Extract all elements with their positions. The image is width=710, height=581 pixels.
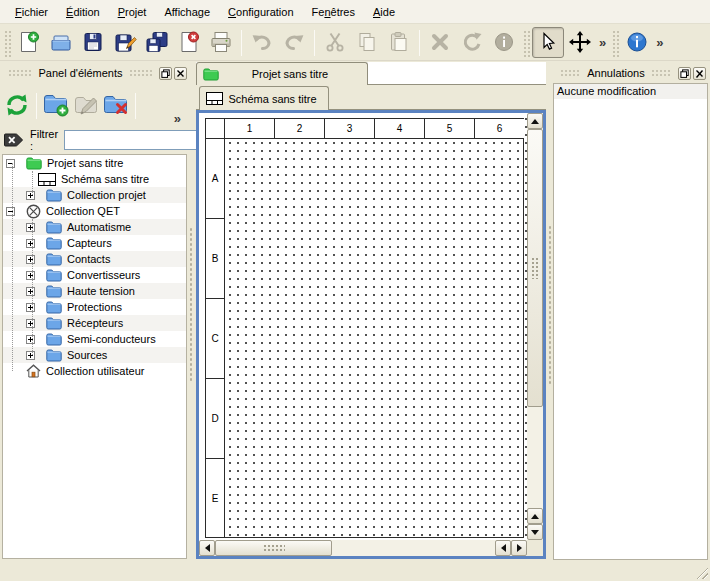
float-dock-button[interactable]: [678, 67, 691, 80]
tree-item-collection-qet[interactable]: Collection QET: [3, 203, 186, 219]
expand-expander-icon[interactable]: [26, 351, 35, 360]
delete-category-button[interactable]: [101, 91, 131, 121]
left-splitter-handle[interactable]: [189, 227, 193, 383]
tree-item-protections[interactable]: Protections: [3, 299, 186, 315]
expand-expander-icon[interactable]: [26, 335, 35, 344]
expand-expander-icon[interactable]: [26, 255, 35, 264]
pan-mode-button[interactable]: [564, 27, 596, 58]
scroll-down-button[interactable]: [527, 524, 543, 540]
undo-panel-titlebar[interactable]: Annulations: [556, 64, 706, 82]
scroll-left-button[interactable]: [199, 540, 215, 556]
undo-history-list[interactable]: Aucune modification: [553, 83, 708, 560]
expand-expander-icon[interactable]: [26, 319, 35, 328]
selection-mode-icon: [537, 31, 559, 55]
about-info-button[interactable]: [621, 27, 653, 58]
reload-collections-button[interactable]: [2, 91, 32, 121]
qet-collection-icon: [26, 204, 41, 219]
menu-fenetres[interactable]: Fenêtres: [303, 3, 364, 21]
dock-handle-texture: [651, 69, 672, 77]
new-document-button[interactable]: [13, 27, 45, 58]
up-arrow-icon: [531, 119, 539, 124]
folder-icon: [46, 269, 62, 282]
cut-button[interactable]: [319, 27, 351, 58]
tree-item-collection-projet[interactable]: Collection projet: [3, 187, 186, 203]
expand-expander-icon[interactable]: [26, 271, 35, 280]
edit-category-button[interactable]: [71, 91, 101, 121]
tree-item-schema[interactable]: Schéma sans titre: [3, 171, 186, 187]
panel-overflow-chevron[interactable]: »: [171, 111, 184, 126]
elements-panel-titlebar[interactable]: Panel d'éléments: [4, 64, 187, 82]
horizontal-scrollbar-thumb[interactable]: [215, 540, 332, 556]
tree-item-capteurs[interactable]: Capteurs: [3, 235, 186, 251]
expand-expander-icon[interactable]: [26, 303, 35, 312]
menu-fichier[interactable]: Fichier: [6, 3, 57, 21]
row-header: B: [206, 219, 225, 299]
right-splitter-handle[interactable]: [548, 225, 552, 385]
close-dock-button[interactable]: [174, 67, 187, 80]
copy-button[interactable]: [351, 27, 383, 58]
filter-input[interactable]: [64, 130, 214, 150]
redo-button[interactable]: [278, 27, 310, 58]
scroll-up-button[interactable]: [527, 113, 543, 129]
tree-item-convertisseurs[interactable]: Convertisseurs: [3, 267, 186, 283]
expand-expander-icon[interactable]: [26, 287, 35, 296]
tree-item-recepteurs[interactable]: Récepteurs: [3, 315, 186, 331]
expand-expander-icon[interactable]: [26, 223, 35, 232]
tab-schema-sans-titre[interactable]: Schéma sans titre: [199, 86, 329, 110]
menu-edition[interactable]: Édition: [57, 3, 109, 21]
horizontal-scrollbar[interactable]: [199, 540, 527, 556]
folder-icon: [46, 349, 62, 362]
tree-item-projet[interactable]: Projet sans titre: [3, 155, 186, 171]
save-all-button[interactable]: [141, 27, 173, 58]
undo-button[interactable]: [246, 27, 278, 58]
scroll-left-button-2[interactable]: [495, 540, 511, 556]
element-info-button[interactable]: [488, 27, 520, 58]
toolbar-separator: [36, 93, 37, 119]
vertical-scrollbar[interactable]: [527, 113, 543, 540]
save-button[interactable]: [77, 27, 109, 58]
open-project-button[interactable]: [45, 27, 77, 58]
scroll-up-button-2[interactable]: [527, 508, 543, 524]
toolbar-drag-handle[interactable]: [522, 29, 530, 57]
diagram-canvas[interactable]: 1 2 3 4 5 6 A B C D E: [199, 113, 527, 540]
menu-aide[interactable]: Aide: [364, 3, 404, 21]
paste-button[interactable]: [383, 27, 415, 58]
expand-expander-icon[interactable]: [26, 191, 35, 200]
toolbar-separator: [241, 30, 242, 56]
float-dock-button[interactable]: [159, 67, 172, 80]
rotate-button[interactable]: [456, 27, 488, 58]
clear-filter-button[interactable]: [4, 132, 24, 148]
toolbar-drag-handle[interactable]: [611, 29, 619, 57]
tree-item-contacts[interactable]: Contacts: [3, 251, 186, 267]
toolbar-overflow-chevron[interactable]: »: [653, 35, 666, 50]
delete-button[interactable]: [424, 27, 456, 58]
tree-item-sources[interactable]: Sources: [3, 347, 186, 363]
tree-item-collection-utilisateur[interactable]: Collection utilisateur: [3, 363, 186, 379]
tree-item-automatisme[interactable]: Automatisme: [3, 219, 186, 235]
save-as-button[interactable]: [109, 27, 141, 58]
menu-configuration[interactable]: Configuration: [219, 3, 302, 21]
tab-projet-sans-titre[interactable]: Projet sans titre: [196, 62, 368, 85]
new-category-button[interactable]: [41, 91, 71, 121]
menu-affichage[interactable]: Affichage: [155, 3, 219, 21]
left-arrow-icon: [205, 544, 210, 552]
element-info-icon: [492, 30, 516, 56]
resize-grip[interactable]: [695, 566, 708, 579]
close-file-button[interactable]: [173, 27, 205, 58]
expand-expander-icon[interactable]: [26, 239, 35, 248]
toolbar-drag-handle[interactable]: [3, 29, 11, 57]
tree-item-semi-conducteurs[interactable]: Semi-conducteurs: [3, 331, 186, 347]
undo-empty-message: Aucune modification: [554, 84, 707, 99]
folder-icon: [46, 189, 62, 202]
menu-projet[interactable]: Projet: [109, 3, 156, 21]
print-button[interactable]: [205, 27, 237, 58]
collapse-expander-icon[interactable]: [6, 207, 15, 216]
tree-item-haute-tension[interactable]: Haute tension: [3, 283, 186, 299]
scroll-right-button[interactable]: [511, 540, 527, 556]
collapse-expander-icon[interactable]: [6, 159, 15, 168]
rotate-icon: [460, 30, 484, 56]
close-dock-button[interactable]: [693, 67, 706, 80]
vertical-scrollbar-thumb[interactable]: [527, 129, 543, 407]
selection-mode-button[interactable]: [532, 27, 564, 58]
toolbar-overflow-chevron[interactable]: »: [596, 35, 609, 50]
